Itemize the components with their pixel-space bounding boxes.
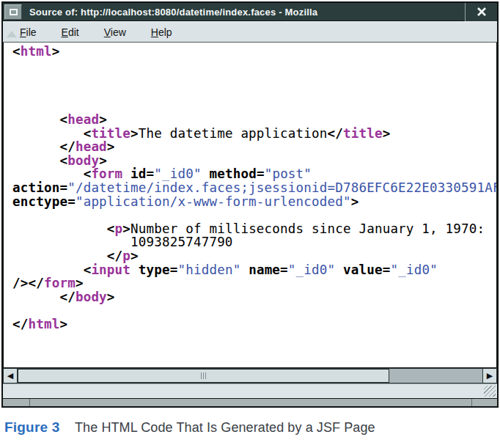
thumb-grip-icon [201, 372, 202, 379]
code-line [12, 208, 496, 222]
code-line [12, 304, 496, 317]
frame-notch [29, 399, 30, 406]
menu-help[interactable]: Help [151, 26, 172, 38]
left-arrow-icon: ◀ [7, 372, 13, 380]
code-line: <input type="hidden" name="_id0" value="… [12, 263, 496, 277]
code-line: <head> [12, 113, 496, 127]
code-line [12, 86, 496, 100]
code-line: </html> [12, 317, 496, 331]
code-line: <title>The datetime application</title> [12, 127, 496, 141]
right-arrow-icon: ▶ [487, 372, 493, 380]
window-menu-icon [10, 9, 18, 15]
page: Source of: http://localhost:8080/datetim… [0, 0, 500, 448]
code-line: <form id="_id0" method="post" [12, 167, 496, 181]
window-menu-button[interactable] [4, 4, 22, 20]
thumb-grip-icon [205, 372, 206, 379]
menubar: File Edit View Help [3, 21, 497, 43]
code-line: </p> [12, 249, 496, 263]
scroll-left-button[interactable]: ◀ [3, 368, 18, 383]
code-line [12, 72, 496, 86]
close-icon [477, 7, 487, 17]
resize-grip-icon[interactable] [484, 386, 496, 397]
code-line: <p>Number of milliseconds since January … [12, 222, 496, 236]
code-line: /></form> [12, 276, 496, 290]
code-line: <html> [12, 45, 496, 59]
thumb-grip-icon [203, 372, 204, 379]
horizontal-scrollbar[interactable]: ◀ ▶ [3, 367, 497, 383]
source-code: <html> <head> <title>The datetime applic… [12, 45, 496, 331]
menu-edit[interactable]: Edit [62, 26, 79, 38]
scrollbar-thumb[interactable] [18, 369, 389, 383]
scrollbar-track[interactable] [18, 368, 482, 383]
menu-view[interactable]: View [104, 26, 126, 38]
code-line: action="/datetime/index.faces;jsessionid… [12, 181, 496, 195]
statusbar [3, 383, 497, 398]
figure-caption: Figure 3 The HTML Code That Is Generated… [4, 419, 496, 436]
code-line [12, 59, 496, 73]
window-bottom-frame [3, 398, 497, 406]
window-title: Source of: http://localhost:8080/datetim… [22, 7, 465, 18]
code-line [12, 99, 496, 113]
figure-caption-text: The HTML Code That Is Generated by a JSF… [75, 420, 375, 436]
code-line: enctype="application/x-www-form-urlencod… [12, 195, 496, 209]
frame-notch [471, 399, 472, 406]
code-line: 1093825747790 [12, 235, 496, 249]
close-button[interactable] [465, 3, 497, 21]
code-line: </body> [12, 290, 496, 304]
code-line: </head> [12, 140, 496, 154]
titlebar[interactable]: Source of: http://localhost:8080/datetim… [3, 3, 497, 21]
figure-label: Figure 3 [4, 419, 75, 436]
code-line: <body> [12, 154, 496, 168]
menu-file[interactable]: File [20, 26, 37, 38]
source-code-viewport[interactable]: <html> <head> <title>The datetime applic… [3, 43, 497, 367]
view-source-window: Source of: http://localhost:8080/datetim… [1, 1, 499, 408]
scroll-right-button[interactable]: ▶ [482, 368, 497, 383]
toolbar-grippy-icon[interactable] [7, 31, 17, 37]
